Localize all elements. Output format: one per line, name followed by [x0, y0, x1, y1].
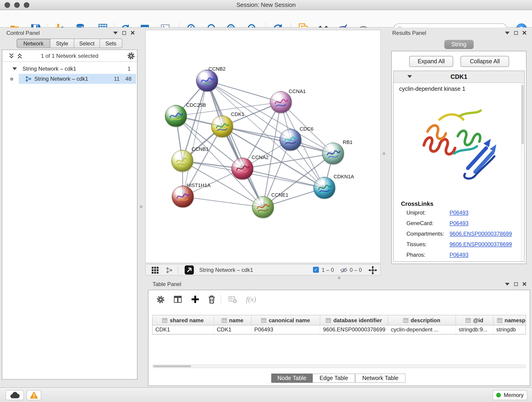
network-node-cdc6[interactable] [279, 129, 302, 151]
network-node-ccne1[interactable] [252, 196, 274, 218]
collapse-all-button[interactable]: Collapse All [461, 56, 509, 67]
network-canvas[interactable]: CCNB2CCNA1CDC25BCDK1CDC6RB1CCNB1CCNA2CDK… [145, 30, 381, 263]
collection-disclosure-icon[interactable] [12, 67, 17, 70]
table-cell: CDK1 [152, 325, 214, 334]
close-panel-icon[interactable] [522, 282, 526, 286]
detach-view-icon[interactable] [185, 265, 194, 274]
vertical-scrollbar[interactable] [521, 83, 524, 261]
pan-crosshair-icon[interactable] [368, 265, 377, 274]
column-header-canonical-name[interactable]: canonical name [252, 315, 320, 325]
column-header--id[interactable]: @id [456, 315, 494, 325]
main-area: Control Panel Network Style Select Sets … [0, 27, 532, 387]
table-settings-gear-icon[interactable] [154, 293, 167, 306]
node-label-cdc25b: CDC25B [186, 102, 206, 108]
crosslink-label: GeneCard: [406, 220, 433, 226]
network-node-ccnb2[interactable] [196, 70, 218, 92]
protein-card-header[interactable]: CDK1 [394, 71, 524, 83]
function-builder-icon: f(x) [243, 293, 259, 306]
expand-all-button[interactable]: Expand All [409, 56, 453, 67]
add-column-icon[interactable] [189, 293, 202, 306]
control-panel-title: Control Panel [6, 30, 40, 36]
tab-style[interactable]: Style [50, 38, 74, 48]
network-node-ccna1[interactable] [270, 91, 292, 113]
network-node-ccna2[interactable] [231, 158, 253, 180]
network-selection-status: 1 of 1 Network selected [2, 53, 137, 59]
panel-menu-icon[interactable] [113, 32, 118, 34]
network-status-dot [10, 77, 13, 81]
horizontal-scrollbar[interactable] [152, 364, 526, 368]
panel-menu-icon[interactable] [505, 283, 510, 285]
crosslink-row: Compartments:9606.ENSP00000378699 [406, 230, 444, 237]
crosslink-link[interactable]: P06493 [450, 210, 469, 216]
table-cell: stringdb:9... [456, 325, 494, 334]
column-header-shared-name[interactable]: shared name [152, 315, 214, 325]
memory-label: Memory [504, 392, 524, 398]
close-panel-icon[interactable] [522, 31, 526, 35]
crosslink-label: Compartments: [406, 230, 444, 237]
network-options-gear-icon[interactable] [127, 52, 135, 60]
tab-sets[interactable]: Sets [99, 38, 122, 48]
network-icon [25, 76, 32, 82]
crosslinks-title: CrossLinks [401, 200, 433, 207]
column-header-database-identifier[interactable]: database identifier [320, 315, 388, 325]
hidden-count: 0 – 0 [350, 267, 362, 273]
column-header-namespac[interactable]: namespac [494, 315, 526, 325]
delete-column-icon[interactable] [205, 293, 218, 306]
warnings-button[interactable] [27, 390, 41, 400]
column-header-description[interactable]: description [388, 315, 456, 325]
float-panel-icon[interactable] [514, 282, 518, 286]
table-cell: CDK1 [214, 325, 252, 334]
app-window: Session: New Session [0, 0, 532, 402]
network-node-ccnb1[interactable] [171, 150, 193, 172]
table-cell: P06493 [252, 325, 320, 334]
netbar-separator [178, 266, 178, 274]
network-collection-row[interactable]: String Network – cdk1 1 [2, 64, 137, 74]
grid-view-icon[interactable] [150, 265, 159, 274]
select-columns-icon[interactable] [171, 293, 184, 306]
network-row[interactable]: String Network – cdk1 11 48 [2, 74, 137, 84]
network-node-cdc25b[interactable] [165, 105, 187, 127]
tab-node-table[interactable]: Node Table [271, 374, 312, 383]
crosslink-link[interactable]: 9606.ENSP00000378699 [450, 230, 512, 237]
network-edges [146, 30, 381, 263]
warning-icon [30, 391, 38, 399]
float-panel-icon[interactable] [122, 31, 126, 35]
tab-network[interactable]: Network [17, 38, 51, 48]
tab-select[interactable]: Select [74, 38, 100, 48]
horizontal-splitter-handle[interactable] [338, 276, 341, 279]
crosslink-link[interactable]: P06493 [450, 252, 469, 258]
string-results-tab[interactable]: String [444, 40, 474, 49]
node-label-hist1h1a: HIST1H1A [186, 182, 210, 188]
network-node-rb1[interactable] [322, 143, 344, 165]
results-panel-title: Results Panel [392, 30, 426, 36]
float-panel-icon[interactable] [514, 31, 518, 35]
crosslink-label: Uniprot: [406, 210, 426, 216]
crosslink-link[interactable]: 9606.ENSP00000378699 [450, 241, 512, 248]
main-toolbar: ? [0, 10, 532, 27]
cloud-status-button[interactable] [6, 390, 24, 400]
table-header-row: shared namenamecanonical namedatabase id… [152, 315, 526, 325]
network-status-bar: String Network – cdk1 ✓ 1 – 0 0 – 0 [145, 264, 381, 275]
selected-checkbox-icon[interactable]: ✓ [313, 267, 319, 273]
control-panel: Control Panel Network Style Select Sets … [2, 29, 138, 380]
crosslink-link[interactable]: P06493 [450, 220, 469, 226]
node-label-cdkn1a: CDKN1A [334, 174, 354, 179]
close-panel-icon[interactable] [131, 31, 135, 35]
crosslink-row: Tissues:9606.ENSP00000378699 [406, 241, 427, 248]
tab-network-table[interactable]: Network Table [355, 374, 405, 383]
vertical-splitter-handle[interactable] [383, 152, 385, 155]
panel-menu-icon[interactable] [505, 32, 510, 34]
network-node-hist1h1a[interactable] [172, 186, 194, 208]
memory-button[interactable]: Memory [493, 390, 527, 400]
column-header-name[interactable]: name [214, 315, 252, 325]
tab-edge-table[interactable]: Edge Table [312, 374, 355, 383]
network-node-cdk1[interactable] [211, 115, 233, 138]
network-node-cdkn1a[interactable] [313, 177, 336, 199]
title-bar: Session: New Session [0, 0, 532, 10]
table-row[interactable]: CDK1CDK1P064939606.ENSP00000378699cyclin… [152, 325, 526, 334]
network-view-icon[interactable] [165, 265, 174, 274]
collection-count: 1 [128, 65, 131, 72]
vertical-splitter-handle[interactable] [140, 205, 143, 208]
memory-status-dot [496, 393, 501, 397]
node-label-ccnb1: CCNB1 [191, 146, 209, 152]
